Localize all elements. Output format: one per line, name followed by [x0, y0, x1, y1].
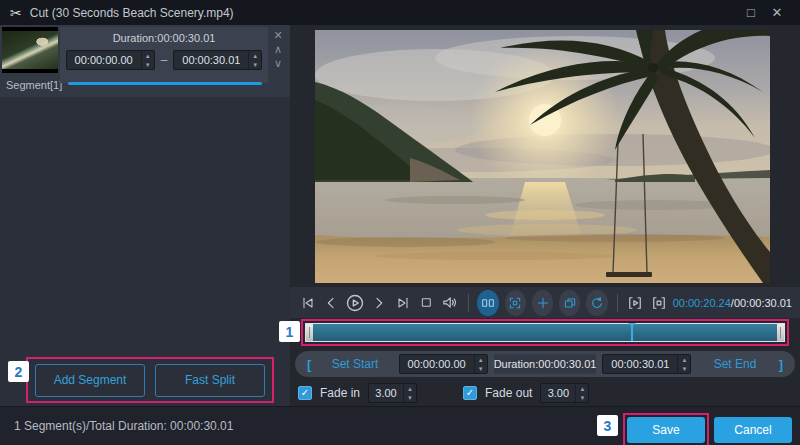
fast-split-button[interactable]: Fast Split	[155, 364, 265, 397]
step-forward-icon[interactable]	[369, 291, 389, 315]
spin-down-icon[interactable]	[576, 393, 588, 402]
preview-stop-button[interactable]	[649, 291, 669, 315]
fade-out-checkbox[interactable]	[463, 386, 477, 400]
crop-button[interactable]	[505, 290, 526, 316]
trim-end-input[interactable]	[603, 355, 677, 373]
preview-play-button[interactable]	[625, 291, 645, 315]
segment-start-field[interactable]	[66, 50, 155, 70]
trim-end-handle[interactable]	[777, 324, 784, 341]
spin-down-icon[interactable]	[404, 393, 416, 402]
annotation-box-step3: Save	[623, 413, 709, 445]
spin-down-icon[interactable]	[475, 364, 487, 373]
segment-list-panel: Segment[1] Duration:00:00:30.01 –	[0, 25, 290, 406]
close-button[interactable]: ✕	[764, 5, 790, 20]
range-separator: –	[161, 53, 168, 67]
segment-range-bar	[68, 82, 262, 85]
trim-start-input[interactable]	[400, 355, 474, 373]
segment-end-input[interactable]	[174, 51, 248, 69]
start-bracket-icon: [	[307, 357, 311, 372]
spin-up-icon[interactable]	[142, 51, 154, 60]
add-segment-button[interactable]: Add Segment	[35, 364, 145, 397]
spin-up-icon[interactable]	[576, 384, 588, 393]
fade-out-spinner[interactable]	[575, 384, 588, 402]
segment-remove-icon[interactable]: ✕	[273, 29, 282, 41]
end-bracket-icon: ]	[779, 357, 783, 372]
segment-thumbnail-image	[2, 31, 58, 69]
playhead-marker[interactable]	[631, 324, 633, 341]
fade-out-field[interactable]	[540, 383, 589, 403]
toolbar-separator	[617, 294, 618, 312]
cancel-button[interactable]: Cancel	[714, 417, 792, 443]
timeline-row: 1	[290, 319, 800, 347]
total-time: 00:00:30.01	[734, 297, 792, 309]
fade-controls-row: Fade in Fade out	[298, 381, 792, 405]
annotation-step-1: 1	[279, 321, 300, 342]
trim-duration-label: Duration:00:00:30.01	[494, 354, 597, 374]
footer-bar: 1 Segment(s)/Total Duration: 00:00:30.01…	[0, 406, 800, 445]
segment-time-editor: Duration:00:00:30.01 –	[60, 27, 268, 83]
fade-out-label: Fade out	[485, 386, 532, 400]
spin-up-icon[interactable]	[475, 355, 487, 364]
segment-start-spinner[interactable]	[141, 51, 154, 69]
status-text: 1 Segment(s)/Total Duration: 00:00:30.01	[14, 419, 233, 433]
annotation-box-step1	[301, 319, 789, 346]
fade-in-label: Fade in	[320, 386, 360, 400]
segment-thumbnail[interactable]	[2, 27, 58, 73]
spin-up-icon[interactable]	[404, 384, 416, 393]
beach-scene-image	[315, 30, 770, 283]
time-display: 00:00:20.24/00:00:30.01	[673, 297, 792, 309]
current-time: 00:00:20.24	[673, 297, 731, 309]
maximize-button[interactable]: □	[738, 5, 764, 20]
fade-in-input[interactable]	[369, 384, 403, 402]
trim-controls-bar: [ Set Start Duration:00:00:30.01 Set End…	[295, 351, 795, 377]
reset-button[interactable]	[586, 290, 607, 316]
annotation-box-step2: Add Segment Fast Split	[26, 357, 274, 403]
segment-label: Segment[1]	[6, 79, 62, 91]
fade-in-checkbox[interactable]	[298, 386, 312, 400]
scissors-icon: ✂	[10, 5, 22, 21]
segment-item[interactable]: Segment[1] Duration:00:00:30.01 –	[0, 25, 290, 97]
spin-down-icon[interactable]	[249, 60, 261, 69]
video-preview	[315, 30, 770, 283]
segment-duration-label: Duration:00:00:30.01	[60, 32, 268, 44]
volume-icon[interactable]	[440, 291, 460, 315]
segment-end-field[interactable]	[173, 50, 262, 70]
spin-down-icon[interactable]	[678, 364, 690, 373]
stop-icon[interactable]	[416, 291, 436, 315]
save-button[interactable]: Save	[627, 417, 705, 443]
step-back-icon[interactable]	[322, 291, 342, 315]
spin-up-icon[interactable]	[678, 355, 690, 364]
goto-end-icon[interactable]	[393, 291, 413, 315]
fade-in-field[interactable]	[368, 383, 417, 403]
spin-up-icon[interactable]	[249, 51, 261, 60]
segment-move-up-icon[interactable]: ∧	[274, 43, 282, 55]
cut-dialog-window: ✂ Cut (30 Seconds Beach Scenery.mp4) □ ✕…	[0, 0, 800, 445]
fade-out-input[interactable]	[541, 384, 575, 402]
set-end-button[interactable]: Set End	[697, 357, 772, 371]
set-start-button[interactable]: Set Start	[317, 357, 392, 371]
timeline-slider[interactable]	[305, 323, 785, 342]
trim-start-field[interactable]	[399, 354, 488, 374]
goto-start-icon[interactable]	[298, 291, 318, 315]
segment-end-spinner[interactable]	[248, 51, 261, 69]
split-button[interactable]	[477, 290, 498, 316]
trim-end-field[interactable]	[602, 354, 691, 374]
segment-start-input[interactable]	[67, 51, 141, 69]
add-effect-button[interactable]	[532, 290, 553, 316]
titlebar: ✂ Cut (30 Seconds Beach Scenery.mp4) □ ✕	[0, 0, 800, 25]
segment-move-down-icon[interactable]: ∨	[274, 57, 282, 69]
snapshot-button[interactable]	[559, 290, 580, 316]
preview-panel: 00:00:20.24/00:00:30.01 1 [ Set Start Du	[290, 25, 800, 406]
annotation-step-2: 2	[8, 361, 29, 382]
spin-down-icon[interactable]	[142, 60, 154, 69]
annotation-step-3: 3	[597, 415, 618, 436]
toolbar-separator	[468, 294, 469, 312]
play-icon[interactable]	[345, 291, 365, 315]
window-title: Cut (30 Seconds Beach Scenery.mp4)	[30, 6, 738, 20]
trim-start-handle[interactable]	[306, 324, 313, 341]
trim-start-spinner[interactable]	[474, 355, 487, 373]
trim-end-spinner[interactable]	[677, 355, 690, 373]
fade-in-spinner[interactable]	[403, 384, 416, 402]
playback-toolbar: 00:00:20.24/00:00:30.01	[290, 287, 800, 318]
